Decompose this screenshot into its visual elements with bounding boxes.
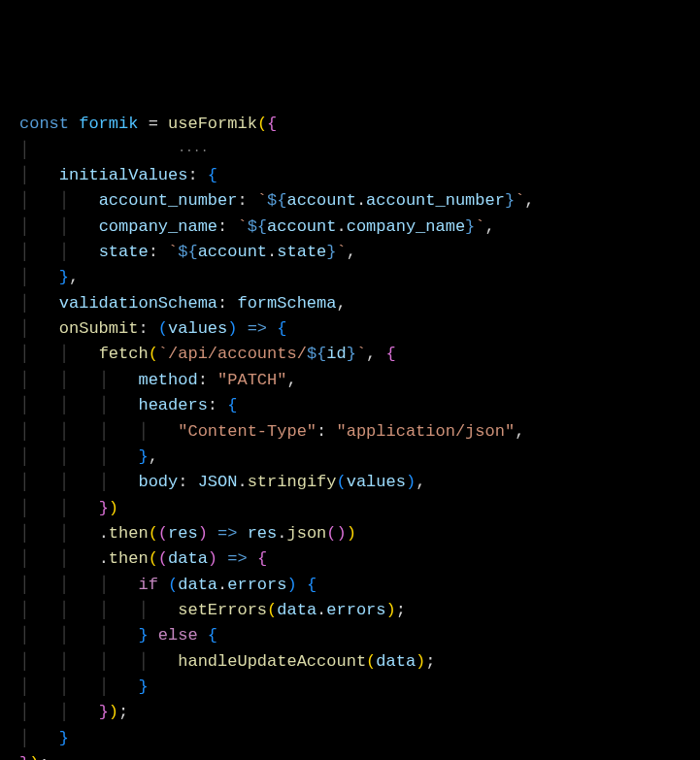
prop-initialValues: initialValues [59,166,188,184]
prop-errors: errors [227,576,286,594]
indent-guide: │ [138,601,148,619]
func-then: then [109,549,149,568]
comma: , [515,422,524,441]
arrow: => [217,524,237,543]
template-open: ${ [178,243,197,261]
indent-guide: │ [19,294,29,313]
paren-close: ) [416,652,425,671]
prop-method: method [138,371,197,389]
code-line: │ │ │ body: JSON.stringify(values), [19,473,425,491]
func-setErrors: setErrors [178,601,267,619]
code-line: │ │ state: `${account.state}`, [19,243,356,261]
indent-guide: │ [59,217,69,236]
keyword-const: const [19,115,69,133]
var-account: account [286,191,355,210]
colon: : [217,217,227,236]
code-line: const formik = useFormik({ [19,115,277,133]
prop-body: body [138,473,178,491]
code-line: │ onSubmit: (values) => { [19,319,286,338]
paren-close: ) [208,549,217,568]
paren-open: ( [149,549,158,568]
template-tick: ` [515,191,524,210]
indent-guide: │ [59,371,69,389]
comma: , [366,345,376,363]
code-line: │ }, [19,268,79,286]
paren-open: ( [257,115,267,133]
brace-open: { [307,576,317,594]
indent-guide: │ [59,396,69,414]
dot: . [99,549,109,568]
indent-guide: │ [59,677,69,696]
collapsed-dots: ···· [178,144,208,158]
indent-guide: │ [138,652,148,671]
code-line: │ │ │ } [19,677,149,696]
semicolon: ; [425,652,435,671]
indent-guide: │ [99,473,109,491]
indent-guide: │ [19,345,29,363]
paren-close: ) [386,601,396,619]
colon: : [198,371,208,389]
code-line: │ │ │ } else { [19,626,217,644]
var-res: res [248,524,278,543]
brace-open: { [208,166,217,184]
prop-account_number: account_number [99,191,238,210]
comma: , [347,243,356,261]
code-line: │ validationSchema: formSchema, [19,294,347,313]
equals: = [149,115,158,133]
string-app-json: "application/json" [336,422,515,441]
brace-open: { [267,115,277,133]
indent-guide: │ [19,396,29,414]
param-res: res [168,524,198,543]
semicolon: ; [39,754,49,760]
code-line: │ │ }) [19,499,118,517]
indent-guide: │ [59,243,69,261]
code-line: │ } [19,729,69,747]
indent-guide: │ [19,191,29,210]
func-stringify: stringify [248,473,337,491]
brace-open: { [257,549,267,568]
paren-close: ) [286,576,296,594]
code-line: │ │ │ │ "Content-Type": "application/jso… [19,422,524,441]
brace-open: { [208,626,217,644]
func-handleUpdateAccount: handleUpdateAccount [178,652,366,671]
brace-open: { [227,396,237,414]
colon: : [138,319,148,338]
indent-guide: │ [19,447,29,466]
paren-close: ) [227,319,237,338]
dot: . [237,473,247,491]
colon: : [217,294,227,313]
var-account: account [267,217,336,236]
comma: , [69,268,79,286]
indent-guide: │ [19,422,29,441]
var-values: values [347,473,406,491]
code-line: │ initialValues: { [19,166,217,184]
template-close: } [347,345,356,363]
indent-guide: │ [99,626,109,644]
brace-close: } [19,754,29,760]
colon: : [208,396,217,414]
brace-close: } [138,677,148,696]
template-open: ${ [307,345,326,363]
brace-close: } [59,268,69,286]
dot: . [356,191,366,210]
indent-guide: │ [19,703,29,721]
code-line: │ │ │ }, [19,447,158,466]
indent-guide: │ [19,217,29,236]
paren-open: ( [149,524,158,543]
indent-guide: │ [138,422,148,441]
keyword-else: else [158,626,198,644]
indent-guide: │ [59,345,69,363]
template-tick: ` [257,191,267,210]
comma: , [485,217,495,236]
template-tick: ` [337,243,347,261]
indent-guide: │ [19,141,29,159]
brace-close: } [99,703,109,721]
brace-close: } [99,499,109,517]
indent-guide: │ [19,166,29,184]
template-tick: ` [237,217,247,236]
indent-guide: │ [19,601,29,619]
template-close: } [326,243,336,261]
string-path: /api/accounts/ [168,345,307,363]
code-line: │ │ │ headers: { [19,396,237,414]
indent-guide: │ [19,524,29,543]
